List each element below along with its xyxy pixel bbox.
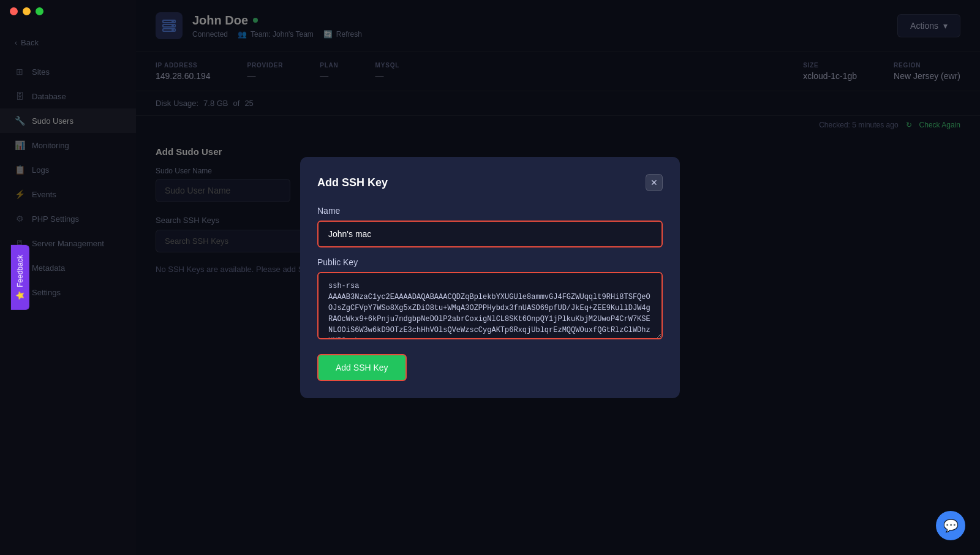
modal-footer: Add SSH Key bbox=[317, 354, 663, 381]
chat-bubble-button[interactable]: 💬 bbox=[936, 511, 965, 540]
modal-name-label: Name bbox=[317, 206, 663, 216]
modal-name-input[interactable] bbox=[317, 221, 663, 247]
modal-name-field: Name bbox=[317, 206, 663, 247]
close-traffic-light[interactable] bbox=[10, 7, 18, 15]
modal-public-key-label: Public Key bbox=[317, 257, 663, 267]
chat-icon: 💬 bbox=[943, 518, 959, 533]
traffic-lights bbox=[10, 7, 43, 15]
modal-header: Add SSH Key ✕ bbox=[317, 174, 663, 191]
add-ssh-key-button[interactable]: Add SSH Key bbox=[317, 354, 407, 381]
fullscreen-traffic-light[interactable] bbox=[36, 7, 43, 15]
feedback-star-icon: ⭐ bbox=[16, 291, 24, 300]
modal-public-key-textarea[interactable]: ssh-rsa AAAAB3NzaC1yc2EAAAADAQABAAACQDZq… bbox=[317, 272, 663, 339]
modal-title: Add SSH Key bbox=[317, 176, 388, 189]
modal-close-button[interactable]: ✕ bbox=[646, 174, 663, 191]
feedback-label: Feedback bbox=[16, 255, 24, 287]
minimize-traffic-light[interactable] bbox=[23, 7, 31, 15]
add-ssh-key-modal: Add SSH Key ✕ Name Public Key ssh-rsa AA… bbox=[300, 157, 680, 398]
feedback-tab[interactable]: ⭐ Feedback bbox=[11, 245, 29, 310]
modal-body: Name Public Key ssh-rsa AAAAB3NzaC1yc2EA… bbox=[317, 206, 663, 339]
modal-public-key-field: Public Key ssh-rsa AAAAB3NzaC1yc2EAAAADA… bbox=[317, 257, 663, 339]
